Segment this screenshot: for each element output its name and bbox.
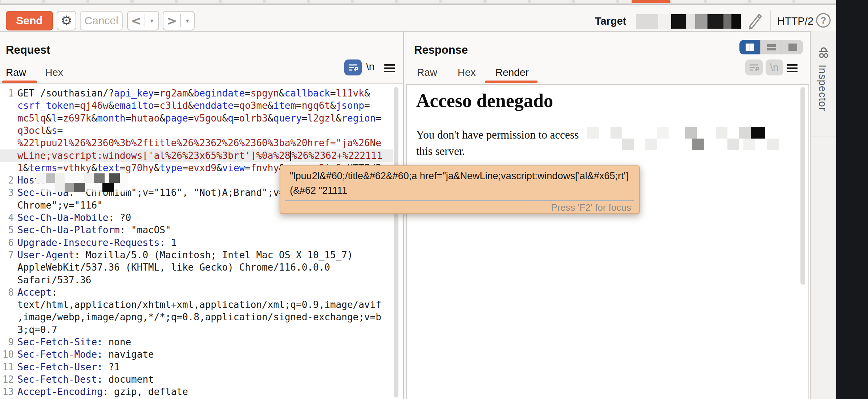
columns-layout-icon[interactable] [739,40,760,54]
repeater-tab[interactable] [134,0,175,3]
response-scrollbar[interactable] [800,87,805,285]
response-menu-icon[interactable] [787,62,798,74]
request-host-redaction [36,173,128,192]
forward-button[interactable]: > ▾ [163,11,195,30]
request-line[interactable]: 6Upgrade-Insecure-Requests: 1 [0,236,393,249]
help-icon[interactable]: ? [816,13,831,28]
inspector-label: Inspector [816,65,828,111]
repeater-tab[interactable] [1,0,42,3]
response-panel-title: Response [414,44,468,57]
gear-icon[interactable]: ⚙ [57,11,76,30]
repeater-tab[interactable] [178,0,219,3]
repeater-tab[interactable] [751,0,792,3]
request-scrollbar[interactable] [394,87,398,398]
rendered-page-text-line2: this server. [416,145,465,158]
cancel-button[interactable]: Cancel [80,11,123,30]
word-wrap-toggle-icon[interactable] [344,59,362,75]
repeater-tab[interactable] [531,0,572,3]
line-number: 11 [0,361,14,373]
request-line[interactable]: 5Sec-Ch-Ua-Platform: "macOS" [0,224,393,236]
repeater-tab[interactable] [310,0,351,3]
protocol-label: HTTP/2 [777,15,814,27]
rendered-page-text-line1: You don't have permission to access [416,128,579,141]
request-line[interactable]: 12Sec-Fetch-Dest: document [0,373,393,386]
request-line[interactable]: Safari/537.36 [0,274,393,286]
rows-layout-icon[interactable] [760,40,782,54]
burp-repeater-window: Send ⚙ Cancel < ▾ > ▾ Target [0,0,868,399]
screen-dark-edge [836,0,868,399]
response-tab-hex[interactable]: Hex [458,67,476,78]
repeater-tab[interactable] [354,0,395,3]
back-button[interactable]: < ▾ [127,11,159,30]
line-number: 7 [0,249,14,261]
request-line[interactable]: wLine;vascript:windows['al%26%23x65%3brt… [0,149,393,162]
request-selected-tab-underline [2,81,37,83]
repeater-tab[interactable] [89,0,130,3]
line-number: 1 [0,87,14,99]
inspector-icon [816,45,832,62]
line-number: 8 [0,286,14,299]
chevron-left-icon: < [128,13,145,28]
line-number: 3 [0,186,14,199]
selected-repeater-tab[interactable] [632,0,670,3]
repeater-tab[interactable] [266,0,307,3]
request-line[interactable]: AppleWebKit/537.36 (KHTML, like Gecko) C… [0,261,393,273]
rendered-page-heading: Acceso denegado [416,90,553,111]
request-line[interactable]: ,image/webp,image/apng,*/*;q=0.8,applica… [0,311,393,323]
edit-target-pencil-icon[interactable] [745,12,763,31]
forward-dropdown-icon[interactable]: ▾ [181,17,194,25]
line-number: 9 [0,336,14,348]
single-layout-icon[interactable] [782,40,803,54]
request-panel-title: Request [6,44,50,57]
request-line[interactable]: 3;q=0.7 [0,324,393,336]
toolbar: Send ⚙ Cancel < ▾ > ▾ Target [0,5,836,32]
request-line[interactable]: 13Accept-Encoding: gzip, deflate [0,386,393,398]
nonprinting-chars-toggle-icon[interactable]: \n [366,61,374,73]
request-line[interactable]: 1GET /southasian/?api_key=rg2am&begindat… [0,87,393,99]
request-line[interactable]: 10Sec-Fetch-Mode: navigate [0,348,393,361]
line-number: 4 [0,211,14,224]
response-render-view[interactable]: Acceso denegado You don't have permissio… [406,84,809,399]
back-dropdown-icon[interactable]: ▾ [145,17,158,25]
response-tab-render[interactable]: Render [495,67,529,78]
repeater-tab[interactable] [575,0,616,3]
response-selected-tab-underline [485,81,538,83]
request-editor[interactable]: 1GET /southasian/?api_key=rg2am&begindat… [0,83,403,399]
line-number: 2 [0,174,14,186]
request-tab-raw[interactable]: Raw [6,67,26,78]
repeater-tab[interactable] [222,0,263,3]
request-tab-hex[interactable]: Hex [45,67,63,78]
repeater-tab[interactable] [487,0,528,3]
request-line[interactable]: csrf_token=qj46w&emailto=c3lid&enddate=q… [0,99,393,112]
response-nonprinting-chars-toggle-icon[interactable]: \n [766,59,783,75]
repeater-tab[interactable] [45,0,86,3]
target-label: Target [595,15,626,27]
request-line[interactable]: %22lpuu2l%26%2360%3b%2ftitle%26%2362%26%… [0,137,393,149]
repeater-tab[interactable] [707,0,748,3]
inspector-collapsed-panel[interactable]: Inspector [810,31,836,399]
repeater-tab[interactable] [795,0,836,3]
response-word-wrap-toggle-icon[interactable] [745,59,763,75]
send-button[interactable]: Send [6,11,53,30]
response-tab-raw[interactable]: Raw [417,67,437,78]
request-line[interactable]: mc5lq&l=z697k&month=hutao&page=v5gou&q=o… [0,112,393,124]
line-number: 5 [0,224,14,236]
request-line[interactable]: q3ocl&s= [0,124,393,137]
request-line[interactable]: text/html,application/xhtml+xml,applicat… [0,299,393,311]
request-line[interactable]: 11Sec-Fetch-User: ?1 [0,361,393,373]
target-host-redaction [636,14,741,29]
line-number: 13 [0,386,14,398]
line-number: 6 [0,236,14,249]
request-line[interactable]: 9Sec-Fetch-Site: none [0,336,393,348]
tooltip-focus-hint: Press 'F2' for focus [551,202,631,213]
value-preview-tooltip: "lpuu2l&#60;/title&#62&#60;a href="ja&Ne… [280,165,640,214]
request-line[interactable]: 8Accept: [0,286,393,299]
panel-divider[interactable] [403,31,404,399]
repeater-tab[interactable] [442,0,483,3]
line-number: 10 [0,348,14,361]
repeater-tab[interactable] [398,0,439,3]
toolbar-divider [770,10,771,31]
request-line[interactable]: 7User-Agent: Mozilla/5.0 (Macintosh; Int… [0,249,393,261]
response-url-redaction [587,127,780,150]
request-menu-icon[interactable] [384,62,395,74]
